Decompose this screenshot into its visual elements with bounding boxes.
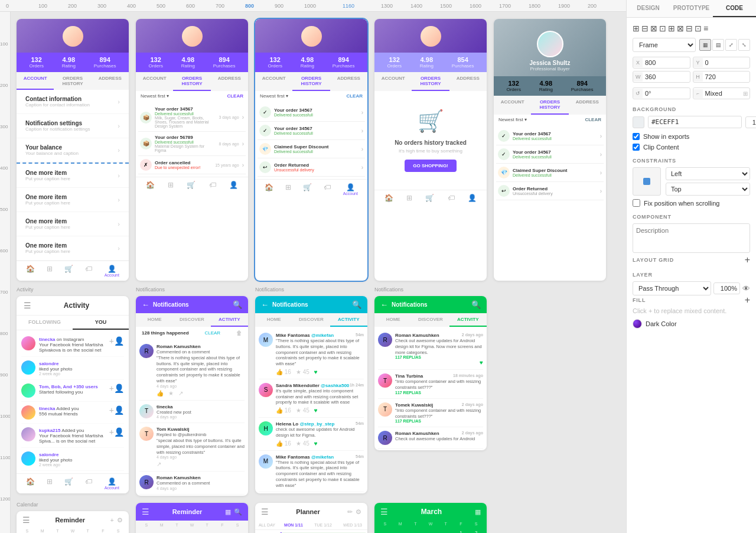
layer-opacity-input[interactable] xyxy=(713,282,740,294)
x-input[interactable] xyxy=(643,57,690,68)
y-field: Y xyxy=(693,57,751,69)
toolbar-home[interactable]: 🏠 xyxy=(26,265,35,277)
toolbar-grid[interactable]: ⊞ xyxy=(47,265,53,277)
frame-icon-list[interactable]: ▤ xyxy=(712,39,724,51)
rotation-input[interactable] xyxy=(643,88,690,99)
nav-tab-address[interactable]: ADDRESS xyxy=(92,72,129,90)
toolbar-cart2[interactable]: 🛒 xyxy=(187,181,195,189)
toolbar-account[interactable]: 👤Account xyxy=(105,265,119,277)
bg-color-swatch[interactable] xyxy=(633,116,644,128)
notif-title-1: Notifications xyxy=(153,301,189,308)
frame-type-select[interactable]: Frame xyxy=(633,38,696,52)
bg-opacity-input[interactable] xyxy=(745,116,756,128)
march-title: March xyxy=(421,508,442,516)
show-exports-row: Show in exports xyxy=(633,133,750,140)
ruler-left: 100 200 300 400 500 600 700 800 900 1000… xyxy=(0,12,11,533)
phone-frame-jessica: Jessica Shultz Professional Buyer 132Ord… xyxy=(494,19,606,281)
constraints-visual: Left Top xyxy=(633,167,750,196)
distribute-v-icon[interactable]: ⊡ xyxy=(695,24,702,33)
align-center-icon[interactable]: ⊟ xyxy=(641,24,649,33)
align-bottom-icon[interactable]: ⊠ xyxy=(677,24,684,33)
dark-color-row: Dark Color xyxy=(633,319,750,329)
tab-design[interactable]: DESIGN xyxy=(627,0,670,17)
corner-radius-field: ⌐ ⊞ xyxy=(693,87,751,99)
sidebar-item-more2[interactable]: One more item Put your caption here › xyxy=(17,188,129,212)
show-exports-label: Show in exports xyxy=(643,133,689,140)
fix-scroll-checkbox[interactable] xyxy=(633,199,640,207)
toolbar-home2[interactable]: 🏠 xyxy=(146,181,155,189)
distribute-h-icon[interactable]: ⊟ xyxy=(686,24,693,33)
nav-tab-account2[interactable]: ACCOUNT xyxy=(136,72,173,91)
nav-tab-account[interactable]: ACCOUNT xyxy=(17,72,54,90)
more-options-icon[interactable]: ≡ xyxy=(703,24,708,33)
dark-color-circle[interactable] xyxy=(633,319,642,329)
toolbar-account2[interactable]: 👤 xyxy=(229,181,238,189)
constraint-v-select[interactable]: Top xyxy=(666,183,750,196)
add-layout-grid-button[interactable]: + xyxy=(745,255,750,265)
notif-item-1a: R Roman Kamushken Commented on a comment… xyxy=(139,340,245,401)
bg-color-input[interactable] xyxy=(648,116,742,128)
activity-tab-following[interactable]: FOLLOWING xyxy=(17,316,73,330)
toolbar-tag2[interactable]: 🏷 xyxy=(209,181,216,189)
sidebar-item-contact[interactable]: Contact information Caption for contact … xyxy=(17,90,129,114)
activity-label: Activity xyxy=(14,285,131,294)
toolbar-tag[interactable]: 🏷 xyxy=(85,265,92,277)
h-input[interactable] xyxy=(703,72,750,82)
corner-radius-input[interactable] xyxy=(703,88,744,99)
ruler-top: 0 100 200 300 400 500 600 700 800 900 10… xyxy=(0,0,626,12)
layout-grid-row: LAYOUT GRID + xyxy=(633,255,750,265)
notif-trash-1[interactable]: 🗑 xyxy=(236,330,242,336)
align-right-icon[interactable]: ⊠ xyxy=(650,24,657,33)
notif-back-1[interactable]: ← xyxy=(142,300,149,309)
notif-label-3: Notifications xyxy=(372,285,489,294)
align-top-icon[interactable]: ⊡ xyxy=(659,24,666,33)
corner-radius-toggle[interactable]: ⊞ xyxy=(743,90,750,97)
notif-clear-1[interactable]: CLEAR xyxy=(204,330,220,336)
description-textarea[interactable] xyxy=(633,223,750,253)
background-label: BACKGROUND xyxy=(633,106,750,112)
sidebar-item-more3[interactable]: One more item Put your caption here › xyxy=(17,212,129,236)
notif-label-2: Notifications xyxy=(253,285,370,294)
sidebar-item-more4[interactable]: One more item Put your caption here › xyxy=(17,236,129,261)
layer-visibility-icon[interactable]: 👁 xyxy=(742,284,750,293)
sidebar-item-balance[interactable]: Your balance Your balance and caption › xyxy=(17,138,129,162)
fill-label: FILL xyxy=(633,297,646,303)
calendar-label: Calendar xyxy=(14,500,131,509)
panel-content: ⊞ ⊟ ⊠ ⊡ ⊞ ⊠ ⊟ ⊡ ≡ Frame ▦ ▤ ⤢ ⤡ xyxy=(627,18,756,533)
notif-search-1[interactable]: 🔍 xyxy=(233,300,242,309)
tab-code[interactable]: CODE xyxy=(713,0,756,17)
toolbar-grid2[interactable]: ⊞ xyxy=(168,181,174,189)
activity-tab-you[interactable]: YOU xyxy=(73,316,129,330)
h-field: H xyxy=(693,71,751,83)
phone-frame-4: 132Orders 4.98Rating 854Purchases ACCOUN… xyxy=(374,19,487,281)
frame-icon-collapse[interactable]: ⤡ xyxy=(738,39,750,51)
nav-tab-address2[interactable]: ADDRESS xyxy=(211,72,248,91)
sidebar-item-more1[interactable]: One more item Put your caption here › xyxy=(17,162,129,188)
notif-item-2c: H Helena Lo @step_by_step 54m check out … xyxy=(259,418,364,451)
activity-item-2: salondre liked your photo 2 week ago xyxy=(21,357,124,380)
design-panel: DESIGN PROTOTYPE CODE ⊞ ⊟ ⊠ ⊡ ⊞ ⊠ ⊟ ⊡ ≡ … xyxy=(626,0,756,533)
clip-content-checkbox[interactable] xyxy=(633,144,640,151)
x-field: X xyxy=(633,57,690,69)
notif-item-3a: R Roman Kamushken 2 days ago Check out a… xyxy=(378,329,483,370)
nav-tab-orders2[interactable]: ORDERS HISTORY xyxy=(173,72,210,91)
frame-icon-grid[interactable]: ▦ xyxy=(699,39,711,51)
show-exports-checkbox[interactable] xyxy=(633,133,640,140)
notif-item-2b: S Sandra Mikendoller @sashka500 1h 24m I… xyxy=(259,379,364,418)
w-input[interactable] xyxy=(643,72,690,82)
sidebar-item-notif[interactable]: Notification settings Caption for notifi… xyxy=(17,114,129,138)
align-left-icon[interactable]: ⊞ xyxy=(633,24,640,33)
layer-mode-select[interactable]: Pass Through xyxy=(633,281,711,295)
add-fill-button[interactable]: + xyxy=(745,295,750,305)
constraint-h-select[interactable]: Left xyxy=(666,167,750,180)
y-input[interactable] xyxy=(703,57,750,68)
march-phone: ☰ March ▦ SMTWTFS 1 xyxy=(374,503,487,533)
frame-icon-expand[interactable]: ⤢ xyxy=(725,39,737,51)
frame-type-row: Frame ▦ ▤ ⤢ ⤡ xyxy=(633,38,750,52)
nav-tab-orders[interactable]: ORDERS HISTORY xyxy=(54,72,91,90)
tab-prototype[interactable]: PROTOTYPE xyxy=(670,0,713,17)
toolbar-cart[interactable]: 🛒 xyxy=(64,265,73,277)
notif-title-3: Notifications xyxy=(392,301,428,308)
go-shopping-button[interactable]: GO SHOPPING! xyxy=(405,160,457,172)
align-middle-icon[interactable]: ⊞ xyxy=(668,24,675,33)
